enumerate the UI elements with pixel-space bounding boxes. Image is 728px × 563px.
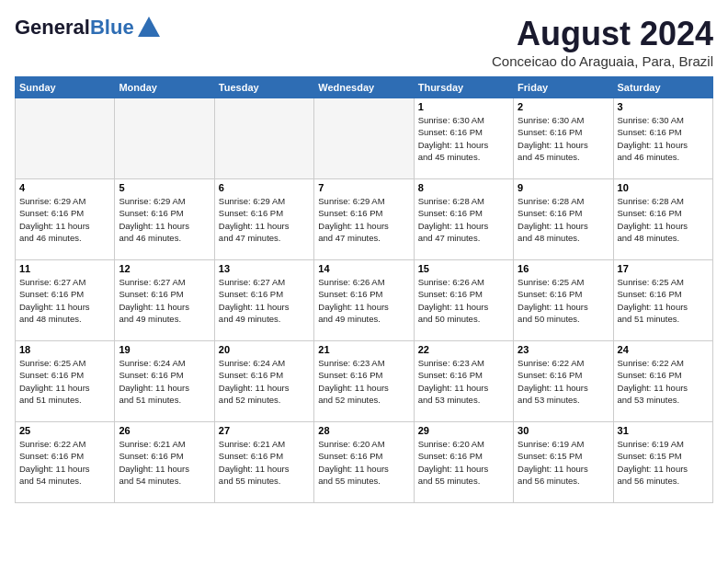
day-cell: 22Sunrise: 6:23 AM Sunset: 6:16 PM Dayli… bbox=[414, 341, 513, 422]
day-number: 23 bbox=[518, 344, 609, 355]
day-cell bbox=[115, 98, 214, 179]
week-row-2: 4Sunrise: 6:29 AM Sunset: 6:16 PM Daylig… bbox=[16, 179, 713, 260]
day-cell: 20Sunrise: 6:24 AM Sunset: 6:16 PM Dayli… bbox=[214, 341, 313, 422]
day-cell bbox=[314, 98, 414, 179]
day-number: 20 bbox=[219, 344, 310, 355]
calendar-table: SundayMondayTuesdayWednesdayThursdayFrid… bbox=[15, 76, 713, 503]
day-cell: 2Sunrise: 6:30 AM Sunset: 6:16 PM Daylig… bbox=[514, 98, 613, 179]
day-number: 2 bbox=[518, 101, 609, 112]
day-info: Sunrise: 6:26 AM Sunset: 6:16 PM Dayligh… bbox=[418, 276, 509, 325]
day-info: Sunrise: 6:27 AM Sunset: 6:16 PM Dayligh… bbox=[119, 276, 210, 325]
day-cell: 18Sunrise: 6:25 AM Sunset: 6:16 PM Dayli… bbox=[16, 341, 115, 422]
day-number: 12 bbox=[119, 263, 210, 274]
month-title: August 2024 bbox=[492, 15, 713, 53]
day-number: 5 bbox=[119, 182, 210, 193]
day-info: Sunrise: 6:20 AM Sunset: 6:16 PM Dayligh… bbox=[418, 438, 509, 487]
day-cell: 30Sunrise: 6:19 AM Sunset: 6:15 PM Dayli… bbox=[514, 422, 613, 503]
svg-marker-0 bbox=[138, 17, 160, 37]
day-cell: 26Sunrise: 6:21 AM Sunset: 6:16 PM Dayli… bbox=[115, 422, 214, 503]
day-number: 22 bbox=[418, 344, 509, 355]
day-number: 14 bbox=[318, 263, 409, 274]
day-cell: 6Sunrise: 6:29 AM Sunset: 6:16 PM Daylig… bbox=[214, 179, 313, 260]
day-number: 11 bbox=[19, 263, 110, 274]
day-info: Sunrise: 6:21 AM Sunset: 6:16 PM Dayligh… bbox=[119, 438, 210, 487]
day-cell: 27Sunrise: 6:21 AM Sunset: 6:16 PM Dayli… bbox=[214, 422, 313, 503]
day-cell: 11Sunrise: 6:27 AM Sunset: 6:16 PM Dayli… bbox=[16, 260, 115, 341]
day-info: Sunrise: 6:19 AM Sunset: 6:15 PM Dayligh… bbox=[518, 438, 609, 487]
day-cell: 10Sunrise: 6:28 AM Sunset: 6:16 PM Dayli… bbox=[613, 179, 712, 260]
day-number: 17 bbox=[618, 263, 709, 274]
day-info: Sunrise: 6:24 AM Sunset: 6:16 PM Dayligh… bbox=[219, 357, 310, 406]
day-cell bbox=[214, 98, 313, 179]
day-cell: 28Sunrise: 6:20 AM Sunset: 6:16 PM Dayli… bbox=[314, 422, 414, 503]
day-cell: 25Sunrise: 6:22 AM Sunset: 6:16 PM Dayli… bbox=[16, 422, 115, 503]
day-info: Sunrise: 6:22 AM Sunset: 6:16 PM Dayligh… bbox=[19, 438, 110, 487]
day-cell: 17Sunrise: 6:25 AM Sunset: 6:16 PM Dayli… bbox=[613, 260, 712, 341]
week-row-5: 25Sunrise: 6:22 AM Sunset: 6:16 PM Dayli… bbox=[16, 422, 713, 503]
day-cell: 15Sunrise: 6:26 AM Sunset: 6:16 PM Dayli… bbox=[414, 260, 513, 341]
day-info: Sunrise: 6:25 AM Sunset: 6:16 PM Dayligh… bbox=[19, 357, 110, 406]
day-info: Sunrise: 6:29 AM Sunset: 6:16 PM Dayligh… bbox=[119, 195, 210, 244]
day-info: Sunrise: 6:29 AM Sunset: 6:16 PM Dayligh… bbox=[19, 195, 110, 244]
week-row-1: 1Sunrise: 6:30 AM Sunset: 6:16 PM Daylig… bbox=[16, 98, 713, 179]
day-cell: 23Sunrise: 6:22 AM Sunset: 6:16 PM Dayli… bbox=[514, 341, 613, 422]
day-info: Sunrise: 6:29 AM Sunset: 6:16 PM Dayligh… bbox=[318, 195, 409, 244]
day-cell: 9Sunrise: 6:28 AM Sunset: 6:16 PM Daylig… bbox=[514, 179, 613, 260]
day-info: Sunrise: 6:21 AM Sunset: 6:16 PM Dayligh… bbox=[219, 438, 310, 487]
weekday-header-monday: Monday bbox=[115, 77, 214, 98]
day-number: 7 bbox=[318, 182, 409, 193]
day-cell: 19Sunrise: 6:24 AM Sunset: 6:16 PM Dayli… bbox=[115, 341, 214, 422]
day-cell: 7Sunrise: 6:29 AM Sunset: 6:16 PM Daylig… bbox=[314, 179, 414, 260]
day-number: 4 bbox=[19, 182, 110, 193]
day-cell: 12Sunrise: 6:27 AM Sunset: 6:16 PM Dayli… bbox=[115, 260, 214, 341]
day-number: 29 bbox=[418, 425, 509, 436]
day-info: Sunrise: 6:25 AM Sunset: 6:16 PM Dayligh… bbox=[518, 276, 609, 325]
logo: GeneralBlue bbox=[15, 15, 162, 40]
day-number: 3 bbox=[618, 101, 709, 112]
day-number: 25 bbox=[19, 425, 110, 436]
day-cell: 3Sunrise: 6:30 AM Sunset: 6:16 PM Daylig… bbox=[613, 98, 712, 179]
day-number: 28 bbox=[318, 425, 409, 436]
week-row-3: 11Sunrise: 6:27 AM Sunset: 6:16 PM Dayli… bbox=[16, 260, 713, 341]
day-info: Sunrise: 6:22 AM Sunset: 6:16 PM Dayligh… bbox=[618, 357, 709, 406]
day-info: Sunrise: 6:20 AM Sunset: 6:16 PM Dayligh… bbox=[318, 438, 409, 487]
day-info: Sunrise: 6:25 AM Sunset: 6:16 PM Dayligh… bbox=[618, 276, 709, 325]
day-number: 6 bbox=[219, 182, 310, 193]
day-number: 19 bbox=[119, 344, 210, 355]
day-number: 16 bbox=[518, 263, 609, 274]
day-info: Sunrise: 6:29 AM Sunset: 6:16 PM Dayligh… bbox=[219, 195, 310, 244]
day-number: 9 bbox=[518, 182, 609, 193]
day-info: Sunrise: 6:30 AM Sunset: 6:16 PM Dayligh… bbox=[418, 114, 509, 163]
day-cell: 24Sunrise: 6:22 AM Sunset: 6:16 PM Dayli… bbox=[613, 341, 712, 422]
day-info: Sunrise: 6:27 AM Sunset: 6:16 PM Dayligh… bbox=[219, 276, 310, 325]
day-cell: 31Sunrise: 6:19 AM Sunset: 6:15 PM Dayli… bbox=[613, 422, 712, 503]
day-number: 10 bbox=[618, 182, 709, 193]
weekday-header-tuesday: Tuesday bbox=[214, 77, 313, 98]
day-info: Sunrise: 6:28 AM Sunset: 6:16 PM Dayligh… bbox=[418, 195, 509, 244]
day-info: Sunrise: 6:23 AM Sunset: 6:16 PM Dayligh… bbox=[418, 357, 509, 406]
day-cell: 13Sunrise: 6:27 AM Sunset: 6:16 PM Dayli… bbox=[214, 260, 313, 341]
day-info: Sunrise: 6:30 AM Sunset: 6:16 PM Dayligh… bbox=[618, 114, 709, 163]
day-info: Sunrise: 6:30 AM Sunset: 6:16 PM Dayligh… bbox=[518, 114, 609, 163]
day-number: 30 bbox=[518, 425, 609, 436]
day-info: Sunrise: 6:22 AM Sunset: 6:16 PM Dayligh… bbox=[518, 357, 609, 406]
day-cell: 29Sunrise: 6:20 AM Sunset: 6:16 PM Dayli… bbox=[414, 422, 513, 503]
day-info: Sunrise: 6:19 AM Sunset: 6:15 PM Dayligh… bbox=[618, 438, 709, 487]
weekday-header-saturday: Saturday bbox=[613, 77, 712, 98]
day-number: 1 bbox=[418, 101, 509, 112]
day-info: Sunrise: 6:27 AM Sunset: 6:16 PM Dayligh… bbox=[19, 276, 110, 325]
weekday-header-wednesday: Wednesday bbox=[314, 77, 414, 98]
logo-icon bbox=[136, 15, 162, 40]
week-row-4: 18Sunrise: 6:25 AM Sunset: 6:16 PM Dayli… bbox=[16, 341, 713, 422]
day-number: 15 bbox=[418, 263, 509, 274]
day-cell: 4Sunrise: 6:29 AM Sunset: 6:16 PM Daylig… bbox=[16, 179, 115, 260]
day-cell: 8Sunrise: 6:28 AM Sunset: 6:16 PM Daylig… bbox=[414, 179, 513, 260]
location: Conceicao do Araguaia, Para, Brazil bbox=[492, 53, 713, 69]
day-info: Sunrise: 6:28 AM Sunset: 6:16 PM Dayligh… bbox=[518, 195, 609, 244]
logo-text: GeneralBlue bbox=[15, 17, 134, 39]
day-cell: 5Sunrise: 6:29 AM Sunset: 6:16 PM Daylig… bbox=[115, 179, 214, 260]
day-info: Sunrise: 6:26 AM Sunset: 6:16 PM Dayligh… bbox=[318, 276, 409, 325]
day-number: 27 bbox=[219, 425, 310, 436]
title-area: August 2024 Conceicao do Araguaia, Para,… bbox=[492, 15, 713, 69]
day-number: 18 bbox=[19, 344, 110, 355]
